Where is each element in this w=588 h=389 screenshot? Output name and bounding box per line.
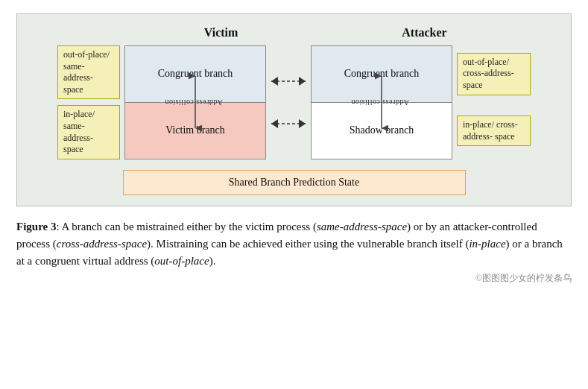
attacker-header: Attacker: [353, 26, 496, 39]
right-bottom-yellow-box: in-place/ cross-address- space: [457, 116, 531, 146]
horizontal-arrows-col: [266, 45, 311, 159]
caption-italic-4: out-of-place: [154, 255, 209, 267]
right-labels: out-of-place/ cross-address- space in-pl…: [452, 45, 531, 159]
left-bottom-label: in-place/ same-address- space: [57, 102, 120, 159]
caption-text-5: ).: [209, 255, 216, 267]
figure-caption: Figure 3: A branch can be mistrained eit…: [16, 218, 572, 271]
attacker-column-wrapper: Congruent branch Shadow branch: [311, 45, 452, 159]
caption-italic-3: in-place: [469, 238, 505, 250]
left-top-yellow-box: out-of-place/ same-address- space: [57, 45, 120, 99]
address-collision-label-1: Address collision: [165, 98, 226, 107]
victim-address-collision: Address collision: [184, 45, 206, 159]
shared-branch-prediction-state: Shared Branch Prediction State: [123, 170, 466, 195]
attacker-address-collision: Address collision: [370, 45, 393, 159]
bottom-dashed-arrow: [268, 118, 309, 129]
address-collision-label-2: Address collision: [351, 98, 412, 107]
top-dashed-arrow: [268, 76, 309, 86]
top-dashed-arrow-svg: [268, 76, 309, 86]
figure-label: Figure 3: A branch can be mistrained eit…: [16, 221, 563, 268]
right-top-yellow-box: out-of-place/ cross-address- space: [457, 53, 531, 95]
left-top-label: out-of-place/ same-address- space: [57, 45, 120, 102]
caption-text-3: ). Mistraining can be achieved either us…: [147, 238, 469, 250]
left-bottom-yellow-box: in-place/ same-address- space: [57, 105, 120, 159]
bottom-dashed-arrow-svg: [268, 118, 309, 129]
right-top-label: out-of-place/ cross-address- space: [457, 45, 531, 102]
victim-header: Victim: [150, 26, 292, 39]
left-labels: out-of-place/ same-address- space in-pla…: [57, 45, 124, 159]
column-headers: Victim Attacker: [25, 26, 563, 39]
watermark: ©图图图少女的柠发条乌: [16, 272, 572, 285]
victim-column-wrapper: Congruent branch Victim branch: [124, 45, 266, 159]
diagram-container: Victim Attacker out-of-place/ same-addre…: [16, 13, 572, 206]
diagram-body: out-of-place/ same-address- space in-pla…: [25, 45, 563, 159]
caption-italic-2: cross-address-space: [57, 238, 147, 250]
right-bottom-label: in-place/ cross-address- space: [457, 102, 531, 159]
caption-italic-1: same-address-space: [317, 221, 407, 233]
caption-text-1: : A branch can be mistrained either by t…: [56, 221, 316, 233]
